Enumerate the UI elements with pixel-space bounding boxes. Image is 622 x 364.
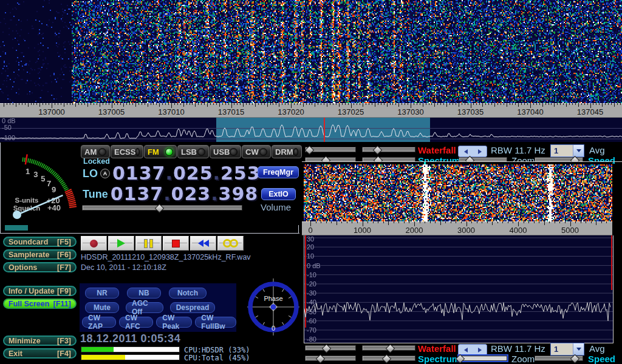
dsp-button-mute[interactable]: Mute (85, 302, 119, 313)
dsp-button-cw-zap[interactable]: CW ZAP (82, 317, 116, 328)
volume-label: Volume (261, 202, 291, 212)
rbw-label: RBW 11.7 Hz (491, 343, 545, 354)
waterfall-contrast-slider[interactable] (305, 147, 356, 152)
af-waterfall[interactable] (304, 164, 612, 221)
play-icon (117, 239, 125, 248)
freqmgr-button[interactable]: FreqMgr (258, 166, 299, 178)
right-arrow-icon[interactable] (473, 146, 487, 157)
mode-button-am[interactable]: AM (81, 145, 110, 158)
dropdown-chevron-icon[interactable] (573, 343, 584, 355)
sidebar-button-exit[interactable]: Exit[F4] (3, 348, 77, 359)
led-indicator (135, 148, 140, 156)
mode-button-drm[interactable]: DRM (272, 145, 302, 158)
tune-frequency-row: Tune 0137.023.398 (83, 184, 258, 204)
af-frequency-ruler[interactable]: 010002000300040005000 (302, 221, 612, 235)
dsp-panel: NR NB Notch Mute AGC Off Despread CW ZAP… (80, 283, 236, 332)
datetime-display: 18.12.2011 0:05:34 (80, 332, 180, 345)
lo-frequency-display[interactable]: 0137.025.253 (112, 164, 261, 183)
cpu-total-text: CPU:Total (45%) (184, 354, 250, 362)
auto-lock-badge-icon[interactable]: A (100, 169, 110, 178)
sidebar-button-soundcard[interactable]: Soundcard[F5] (3, 237, 77, 247)
led-indicator (259, 148, 267, 156)
pause-button[interactable] (135, 236, 162, 251)
spectrum-label: Spectrum (418, 354, 460, 364)
stop-button[interactable] (163, 236, 189, 251)
dsp-button-nr[interactable]: NR (85, 288, 119, 298)
rf-db-label: -50 (2, 124, 12, 131)
waterfall-shift-control[interactable] (458, 146, 487, 157)
dsp-button-notch[interactable]: Notch (169, 288, 207, 298)
left-arrow-icon[interactable] (459, 345, 473, 355)
rf-waterfall[interactable] (0, 0, 622, 103)
spectrum-ref-slider[interactable] (305, 356, 356, 361)
dropdown-chevron-icon[interactable] (573, 145, 584, 157)
mode-button-cw[interactable]: CW (242, 145, 271, 158)
sidebar-button-minimize[interactable]: Minimize[F3] (3, 335, 77, 346)
dsp-button-cw-fullbw[interactable]: CW FullBw (195, 317, 236, 328)
avg-dropdown[interactable]: 1 (550, 343, 584, 356)
led-indicator (293, 148, 298, 156)
play-button[interactable] (108, 236, 134, 251)
dsp-button-agc-off[interactable]: AGC Off (126, 302, 163, 313)
svg-text:5: 5 (41, 174, 45, 183)
squelch-indicator[interactable] (5, 225, 28, 231)
rf-frequency-ruler[interactable]: 1370001370051370101370151370201370251370… (0, 103, 622, 118)
waterfall-label: Waterfall (418, 145, 456, 155)
dsp-button-cw-peak[interactable]: CW Peak (156, 317, 192, 328)
led-indicator (230, 148, 238, 156)
waterfall-contrast-slider[interactable] (305, 345, 356, 351)
record-button[interactable] (81, 236, 107, 251)
mode-button-lsb[interactable]: LSB (177, 145, 209, 158)
zoom-slider[interactable] (459, 356, 507, 361)
recording-timestamp: Dec 10, 2011 - 12:10:18Z (81, 263, 166, 272)
tune-label: Tune (83, 188, 108, 201)
led-indicator (98, 148, 106, 156)
tune-frequency-display[interactable]: 0137.023.398 (111, 185, 259, 203)
speed-slider[interactable] (535, 356, 583, 361)
svg-text:7: 7 (47, 179, 51, 188)
tune-marker-line (324, 118, 325, 142)
sidebar-button-samplerate[interactable]: Samplerate[F6] (3, 249, 77, 260)
pause-icon (144, 239, 153, 248)
s-meter: 13579+20+40S-unitsSquelch (0, 146, 79, 226)
svg-text:1: 1 (26, 167, 30, 176)
sidebar-button-info-update[interactable]: Info / Update[F9] (3, 286, 77, 296)
rf-spectrum[interactable]: 0 dB -50 -100 (0, 118, 622, 142)
avg-label: Avg (589, 145, 605, 155)
record-icon (90, 240, 98, 248)
svg-text:S-units: S-units (15, 197, 39, 204)
speed-label: Speed (588, 354, 615, 364)
hdsdr-window: 1370001370051370101370151370201370251370… (0, 0, 622, 364)
left-arrow-icon[interactable] (459, 146, 473, 157)
avg-dropdown[interactable]: 1 (550, 144, 584, 157)
dsp-button-cw-afc[interactable]: CW AFC (119, 317, 153, 328)
right-arrow-icon[interactable] (473, 345, 487, 355)
waterfall-brightness-slider[interactable] (362, 147, 415, 152)
loop-button[interactable] (217, 236, 244, 251)
volume-slider[interactable] (82, 205, 242, 211)
waterfall-brightness-slider[interactable] (362, 345, 415, 351)
extio-button[interactable]: ExtIO (261, 188, 296, 200)
lo-label: LO (83, 167, 98, 180)
rewind-button[interactable] (190, 236, 216, 251)
waterfall-shift-control[interactable] (458, 344, 487, 356)
dsp-button-nb[interactable]: NB (127, 288, 161, 298)
waterfall-label: Waterfall (418, 343, 456, 354)
loop-icon (223, 239, 238, 248)
lo-frequency-row: LO A 0137.025.253 (83, 164, 261, 183)
mode-button-ecss[interactable]: ECSS (111, 145, 143, 158)
sidebar-button-fullscreen[interactable]: Full Screen[F11] (3, 298, 77, 309)
sidebar-button-options[interactable]: Options[F7] (3, 262, 77, 272)
led-indicator (197, 148, 205, 156)
led-indicator (165, 148, 173, 156)
dsp-button-despread[interactable]: Despread (170, 302, 215, 313)
cpu-hdsdr-bar (81, 346, 180, 352)
spectrum-range-slider[interactable] (362, 356, 415, 361)
cpu-hdsdr-text: CPU:HDSDR (33%) (184, 346, 250, 354)
mode-button-usb[interactable]: USB (210, 145, 241, 158)
rbw-label: RBW 11.7 Hz (491, 145, 545, 155)
stop-icon (172, 240, 180, 248)
af-spectrum[interactable]: 3020100 dB-10-20-30-40-50-60-70-80 (304, 235, 613, 343)
mode-button-fm[interactable]: FM (144, 145, 177, 158)
avg-label: Avg (589, 343, 605, 354)
